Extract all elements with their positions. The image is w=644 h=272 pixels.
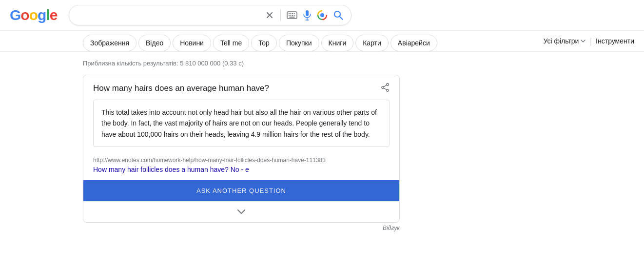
tab-video[interactable]: Відео <box>138 35 171 51</box>
svg-rect-5 <box>289 15 290 16</box>
share-icon <box>381 83 390 92</box>
tab-flights[interactable]: Авіарейси <box>390 35 437 51</box>
main-content: Приблизна кількість результатів: 5 810 0… <box>0 52 419 233</box>
all-filters-button[interactable]: Усі фільтри <box>543 37 585 45</box>
keyboard-icon <box>287 11 297 19</box>
svg-rect-9 <box>290 17 295 18</box>
visual-search-button[interactable] <box>317 10 328 21</box>
svg-point-19 <box>387 84 389 85</box>
card-footer <box>83 201 399 222</box>
ask-another-button[interactable]: ASK ANOTHER QUESTION <box>83 180 399 201</box>
search-icon <box>333 10 343 20</box>
search-button[interactable] <box>333 10 343 20</box>
tab-images[interactable]: Зображення <box>83 35 137 51</box>
tab-maps[interactable]: Карти <box>355 35 389 51</box>
header: Google fun facts <box>0 0 644 31</box>
card-link: How many hair follicles does a human hav… <box>83 166 399 180</box>
svg-line-22 <box>384 85 387 87</box>
search-icons <box>265 9 343 21</box>
card-text: This total takes into account not only h… <box>101 108 377 138</box>
nav-tabs: Зображення Відео Новини Tell me Top Поку… <box>0 31 644 52</box>
svg-rect-4 <box>294 13 295 14</box>
svg-rect-10 <box>306 10 309 16</box>
results-count: Приблизна кількість результатів: 5 810 0… <box>83 60 410 67</box>
svg-line-23 <box>384 88 387 90</box>
divider: | <box>589 36 592 46</box>
tab-top[interactable]: Top <box>251 35 277 51</box>
chevron-down-icon <box>581 40 585 42</box>
card-header: How many hairs does an average human hav… <box>83 75 399 100</box>
voice-search-button[interactable] <box>303 10 311 21</box>
clear-icon <box>265 10 274 20</box>
keyboard-button[interactable] <box>287 11 297 19</box>
tab-books[interactable]: Книги <box>321 35 354 51</box>
card-body: This total takes into account not only h… <box>93 100 390 147</box>
svg-rect-6 <box>291 15 292 16</box>
feedback-label: Відгук <box>83 223 400 233</box>
svg-rect-7 <box>292 15 293 16</box>
card-link-anchor[interactable]: How many hair follicles does a human hav… <box>93 166 249 173</box>
svg-point-16 <box>320 13 324 17</box>
tab-shopping[interactable]: Покупки <box>279 35 319 51</box>
tools-button[interactable]: Інструменти <box>596 37 634 45</box>
search-bar: fun facts <box>69 5 351 25</box>
knowledge-card: How many hairs does an average human hav… <box>83 75 400 223</box>
tools-label: Інструменти <box>596 37 634 45</box>
svg-point-17 <box>334 11 340 17</box>
microphone-icon <box>303 10 311 21</box>
tab-news[interactable]: Новини <box>173 35 211 51</box>
nav-right: Усі фільтри | Інструменти <box>543 36 634 50</box>
google-logo[interactable]: Google <box>10 7 57 23</box>
svg-rect-3 <box>292 13 293 14</box>
svg-rect-2 <box>291 13 292 14</box>
svg-line-18 <box>340 17 343 20</box>
svg-rect-1 <box>289 13 290 14</box>
divider <box>280 9 281 21</box>
card-source-url: http://www.enotes.com/homework-help/how-… <box>83 153 399 166</box>
share-button[interactable] <box>381 83 390 94</box>
svg-rect-8 <box>294 15 295 16</box>
svg-point-21 <box>382 86 384 88</box>
tab-tellme[interactable]: Tell me <box>213 35 249 51</box>
card-title: How many hairs does an average human hav… <box>93 84 269 93</box>
svg-point-20 <box>387 89 389 91</box>
lens-icon <box>317 10 328 21</box>
all-filters-label: Усі фільтри <box>543 37 579 45</box>
chevron-down-icon <box>237 209 245 214</box>
search-input[interactable]: fun facts <box>77 11 261 20</box>
expand-button[interactable] <box>237 208 245 216</box>
clear-button[interactable] <box>265 10 274 20</box>
